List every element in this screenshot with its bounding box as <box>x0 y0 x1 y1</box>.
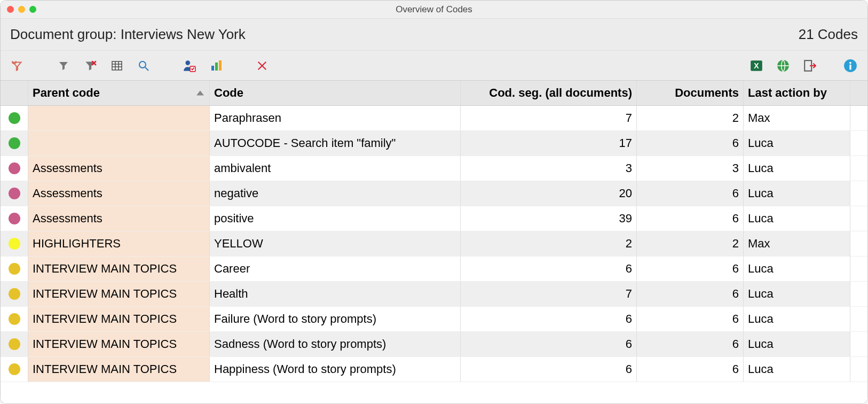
cell-code: Sadness (Word to story prompts) <box>210 332 461 356</box>
col-parent-label: Parent code <box>33 86 100 100</box>
cell-seg: 20 <box>461 181 637 206</box>
cell-parent: INTERVIEW MAIN TOPICS <box>28 332 210 356</box>
cell-parent: HIGHLIGHTERS <box>28 231 210 256</box>
columns-icon[interactable] <box>107 56 127 75</box>
cell-parent: INTERVIEW MAIN TOPICS <box>28 282 210 306</box>
info-icon[interactable] <box>841 56 860 75</box>
cell-color <box>1 357 28 382</box>
svg-point-7 <box>139 61 146 68</box>
cell-last: Luca <box>744 206 850 231</box>
export-out-icon[interactable] <box>800 56 819 75</box>
cell-parent: Assessments <box>28 181 210 206</box>
cell-docs: 2 <box>637 231 744 256</box>
cell-seg: 6 <box>461 307 637 331</box>
cell-seg: 6 <box>461 257 637 281</box>
cell-color <box>1 156 28 181</box>
col-last[interactable]: Last action by <box>744 81 850 105</box>
filter-clear-icon[interactable] <box>81 56 100 75</box>
svg-rect-22 <box>849 64 851 69</box>
col-seg-label: Cod. seg. (all documents) <box>489 86 632 100</box>
color-dot-icon <box>9 363 20 375</box>
col-docs[interactable]: Documents <box>637 81 744 105</box>
svg-point-21 <box>849 61 851 64</box>
window: Overview of Codes Document group: Interv… <box>0 0 868 404</box>
user-check-icon[interactable] <box>180 56 199 75</box>
color-dot-icon <box>9 137 20 149</box>
cell-seg: 39 <box>461 206 637 231</box>
cell-color <box>1 181 28 206</box>
color-dot-icon <box>9 188 20 199</box>
cell-code: ambivalent <box>210 156 461 181</box>
cell-code: AUTOCODE - Search item "family" <box>210 131 461 156</box>
cell-docs: 6 <box>637 332 744 356</box>
cell-parent: INTERVIEW MAIN TOPICS <box>28 307 210 331</box>
table-row[interactable]: Assessmentsambivalent33Luca <box>1 156 867 181</box>
cell-last: Luca <box>744 282 850 306</box>
cell-parent: INTERVIEW MAIN TOPICS <box>28 257 210 281</box>
code-count-label: 21 Codes <box>799 26 858 43</box>
svg-point-9 <box>185 60 190 65</box>
cell-last: Luca <box>744 156 850 181</box>
cell-code: Career <box>210 257 461 281</box>
cell-last: Luca <box>744 307 850 331</box>
cell-color <box>1 106 28 130</box>
cell-last: Max <box>744 231 850 256</box>
table-row[interactable]: INTERVIEW MAIN TOPICSSadness (Word to st… <box>1 332 867 357</box>
svg-text:X: X <box>754 61 759 70</box>
col-seg[interactable]: Cod. seg. (all documents) <box>461 81 637 105</box>
cell-docs: 6 <box>637 257 744 281</box>
table-row[interactable]: AUTOCODE - Search item "family"176Luca <box>1 131 867 156</box>
search-icon[interactable] <box>134 56 153 75</box>
table-row[interactable]: Assessmentspositive396Luca <box>1 206 867 231</box>
table-row[interactable]: Paraphrasen72Max <box>1 106 867 131</box>
cell-parent: INTERVIEW MAIN TOPICS <box>28 357 210 382</box>
col-code-label: Code <box>214 86 243 100</box>
cell-seg: 6 <box>461 332 637 356</box>
col-parent[interactable]: Parent code <box>28 81 210 105</box>
cell-code: Paraphrasen <box>210 106 461 130</box>
bar-chart-icon[interactable] <box>207 56 226 75</box>
cell-seg: 6 <box>461 357 637 382</box>
export-web-icon[interactable] <box>774 56 793 75</box>
svg-line-8 <box>145 67 148 71</box>
table-row[interactable]: INTERVIEW MAIN TOPICSHappiness (Word to … <box>1 357 867 382</box>
cell-parent <box>28 106 210 130</box>
cell-seg: 3 <box>461 156 637 181</box>
svg-rect-13 <box>219 60 222 71</box>
col-code[interactable]: Code <box>210 81 461 105</box>
funnel-activate-icon[interactable] <box>8 56 27 75</box>
cell-code: Health <box>210 282 461 306</box>
table-row[interactable]: INTERVIEW MAIN TOPICSCareer66Luca <box>1 257 867 282</box>
color-dot-icon <box>9 338 20 350</box>
table-row[interactable]: HIGHLIGHTERSYELLOW22Max <box>1 231 867 257</box>
cell-color <box>1 131 28 156</box>
table-row[interactable]: Assessmentsnegative206Luca <box>1 181 867 206</box>
cell-docs: 6 <box>637 206 744 231</box>
toolbar-right: X <box>747 56 860 75</box>
cell-code: negative <box>210 181 461 206</box>
table-row[interactable]: INTERVIEW MAIN TOPICSHealth76Luca <box>1 282 867 307</box>
cell-parent: Assessments <box>28 206 210 231</box>
cell-docs: 6 <box>637 307 744 331</box>
cell-color <box>1 206 28 231</box>
col-color[interactable] <box>1 81 28 105</box>
export-excel-icon[interactable]: X <box>747 56 766 75</box>
cell-last: Luca <box>744 181 850 206</box>
col-last-label: Last action by <box>748 86 827 100</box>
titlebar: Overview of Codes <box>1 1 867 19</box>
cell-seg: 2 <box>461 231 637 256</box>
toolbar: X <box>1 51 867 81</box>
delete-icon[interactable] <box>252 56 272 75</box>
cell-code: Failure (Word to story prompts) <box>210 307 461 331</box>
cell-code: Happiness (Word to story prompts) <box>210 357 461 382</box>
color-dot-icon <box>9 162 20 174</box>
color-dot-icon <box>9 263 20 275</box>
cell-last: Luca <box>744 357 850 382</box>
filter-icon[interactable] <box>54 56 73 75</box>
cell-seg: 7 <box>461 282 637 306</box>
cell-color <box>1 257 28 281</box>
table-row[interactable]: INTERVIEW MAIN TOPICSFailure (Word to st… <box>1 307 867 332</box>
color-dot-icon <box>9 213 20 224</box>
cell-docs: 2 <box>637 106 744 130</box>
cell-code: YELLOW <box>210 231 461 256</box>
